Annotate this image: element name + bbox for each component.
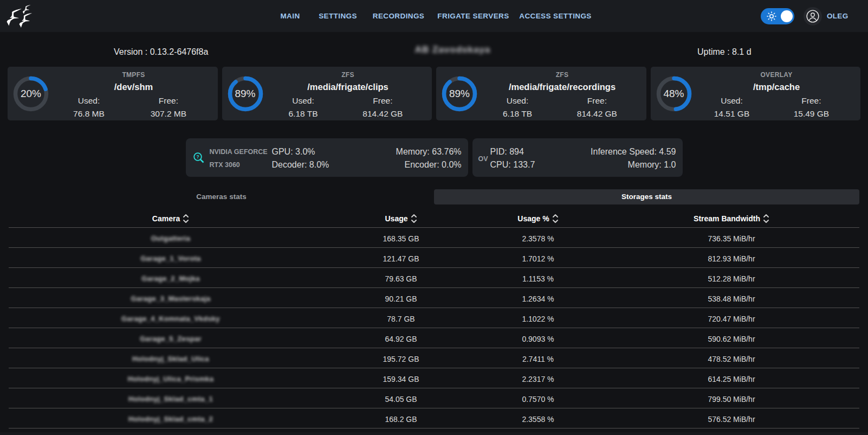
svg-text:?: ? — [196, 154, 199, 159]
